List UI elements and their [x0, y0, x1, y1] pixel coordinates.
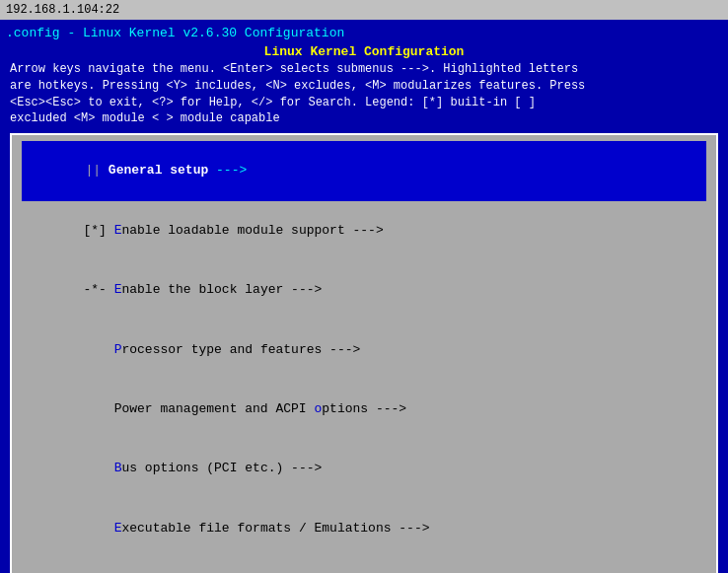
header-title: Linux Kernel Configuration — [6, 44, 722, 59]
header-text: Arrow keys navigate the menu. <Enter> se… — [6, 61, 722, 127]
menu-item-processor[interactable]: Processor type and features ---> — [22, 320, 706, 379]
header-section: Linux Kernel Configuration Arrow keys na… — [6, 44, 722, 127]
menu-item-general-setup[interactable]: || General setup ---> — [22, 141, 706, 200]
menu-item-power-mgmt[interactable]: Power management and ACPI options ---> — [22, 380, 706, 439]
main-window: .config - Linux Kernel v2.6.30 Configura… — [0, 20, 728, 573]
menu-item-loadable-module[interactable]: [*] Enable loadable module support ---> — [22, 201, 706, 260]
title-bar: 192.168.1.104:22 — [0, 0, 728, 20]
menu-item-bus-options[interactable]: Bus options (PCI etc.) ---> — [22, 439, 706, 498]
menu-item-networking[interactable]: -*- Networking support ---> — [22, 558, 706, 573]
menu-item-block-layer[interactable]: -*- Enable the block layer ---> — [22, 260, 706, 320]
kernel-config-box: Linux Kernel Configuration Arrow keys na… — [6, 44, 722, 573]
menu-box: || General setup ---> [*] Enable loadabl… — [10, 133, 718, 573]
tab-label: 192.168.1.104:22 — [6, 3, 119, 17]
window-title: .config - Linux Kernel v2.6.30 Configura… — [6, 24, 722, 44]
menu-item-exec-formats[interactable]: Executable file formats / Emulations ---… — [22, 499, 706, 558]
